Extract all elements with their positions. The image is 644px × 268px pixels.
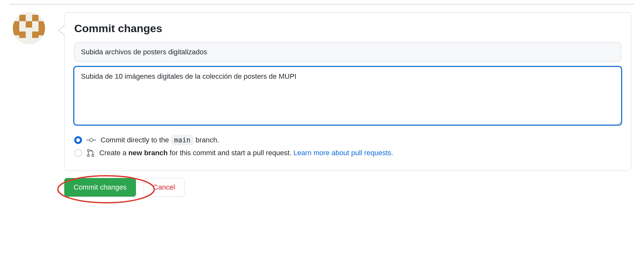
pull-requests-learn-more-link[interactable]: Learn more about pull requests.: [293, 149, 393, 157]
branch-name-chip: main: [171, 135, 194, 145]
branch-options: Commit directly to the main branch.: [74, 136, 621, 157]
commit-direct-option[interactable]: Commit directly to the main branch.: [74, 136, 621, 144]
cancel-button[interactable]: Cancel: [144, 178, 184, 197]
new-branch-bold: new branch: [129, 149, 168, 157]
git-pull-request-icon: [86, 149, 95, 157]
svg-rect-1: [19, 15, 26, 21]
svg-rect-3: [13, 21, 19, 28]
svg-rect-4: [26, 21, 32, 28]
commit-actions: Commit changes Cancel: [19, 178, 644, 197]
avatar-identicon-icon: [13, 12, 45, 44]
commit-box: Commit changes Subida de 10 imágenes dig…: [64, 12, 631, 171]
commit-layout: Commit changes Subida de 10 imágenes dig…: [0, 12, 644, 171]
commit-new-branch-label: Create a new branch for this commit and …: [99, 149, 393, 157]
commit-direct-label: Commit directly to the main branch.: [101, 136, 219, 144]
svg-point-10: [90, 138, 93, 142]
commit-direct-prefix: Commit directly to the: [101, 136, 171, 144]
commit-direct-suffix: branch.: [196, 136, 219, 144]
svg-point-13: [87, 149, 89, 151]
svg-rect-2: [32, 15, 39, 21]
radio-direct[interactable]: [74, 136, 82, 144]
page-root: Commit changes Subida de 10 imágenes dig…: [0, 0, 644, 268]
new-branch-suffix: for this commit and start a pull request…: [168, 149, 293, 157]
svg-point-15: [92, 155, 94, 156]
user-avatar: [13, 12, 45, 44]
top-divider: [10, 4, 634, 4]
commit-box-wrap: Commit changes Subida de 10 imágenes dig…: [64, 12, 631, 171]
svg-rect-7: [39, 28, 45, 35]
commit-changes-button[interactable]: Commit changes: [64, 178, 136, 197]
svg-rect-5: [39, 21, 45, 28]
radio-new-branch[interactable]: [74, 149, 82, 157]
commit-heading: Commit changes: [74, 22, 621, 35]
avatar-column: [13, 12, 45, 44]
commit-new-branch-option[interactable]: Create a new branch for this commit and …: [74, 149, 621, 157]
svg-rect-6: [13, 28, 19, 35]
svg-point-14: [87, 155, 89, 156]
new-branch-prefix: Create a: [99, 149, 129, 157]
svg-rect-8: [19, 31, 26, 38]
commit-summary-input[interactable]: [74, 42, 621, 62]
git-commit-icon: [86, 137, 96, 144]
svg-rect-9: [32, 31, 39, 38]
commit-description-textarea[interactable]: Subida de 10 imágenes digitales de la co…: [74, 67, 621, 125]
